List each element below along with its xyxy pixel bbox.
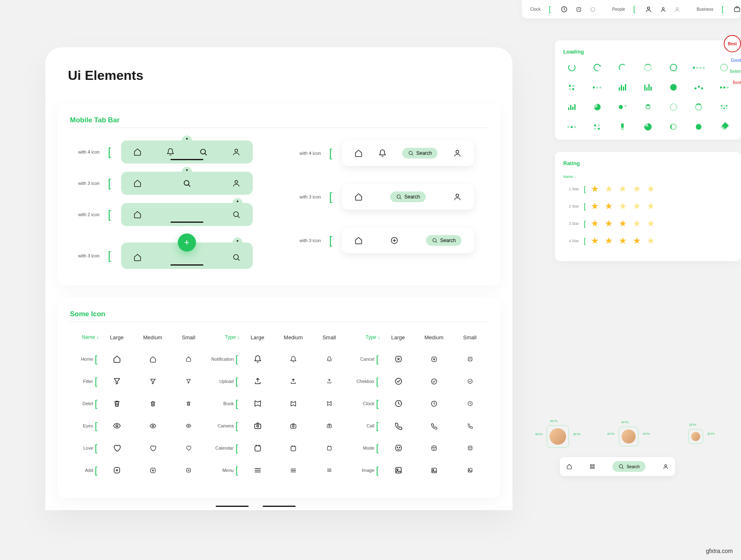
home-icon[interactable] [133, 210, 142, 219]
loader-icon [618, 63, 627, 72]
user-icon [660, 7, 666, 12]
loader-icon [618, 83, 627, 92]
tab-bar-fab[interactable]: + [121, 243, 253, 269]
star-icon[interactable]: ★ [647, 218, 655, 229]
filter-icon [113, 377, 121, 385]
star-icon[interactable]: ★ [605, 218, 613, 229]
home-icon[interactable] [133, 148, 142, 156]
home-icon[interactable] [133, 253, 142, 261]
star-icon[interactable]: ★ [647, 236, 655, 246]
search-icon[interactable] [232, 253, 240, 261]
loader-icon [669, 83, 678, 92]
search-icon[interactable] [232, 210, 240, 219]
tab-bar-3icon[interactable] [121, 172, 253, 195]
user-icon[interactable] [453, 149, 461, 157]
loader-icon [567, 63, 576, 72]
svg-point-44 [471, 447, 471, 448]
eyes-icon [149, 422, 156, 429]
svg-point-55 [662, 7, 664, 9]
star-icon[interactable]: ★ [591, 218, 599, 229]
grid-icon[interactable] [590, 464, 595, 469]
filter-icon [186, 378, 191, 384]
loader-icon [720, 63, 729, 72]
home-icon[interactable] [354, 149, 363, 157]
star-icon[interactable]: ★ [605, 236, 613, 246]
star-icon[interactable]: ★ [591, 201, 599, 212]
home-icon[interactable] [133, 179, 142, 187]
love-icon [113, 444, 121, 452]
star-icon[interactable]: ★ [647, 201, 655, 212]
menu-icon [326, 467, 332, 473]
star-icon[interactable]: ★ [647, 184, 655, 194]
tag-best: Best [733, 79, 741, 86]
section-title-icons: Some Icon [70, 310, 488, 318]
icon-row-label: Call [351, 423, 374, 428]
icon-row-label: Love [70, 446, 93, 450]
search-icon[interactable] [199, 148, 207, 156]
svg-rect-24 [255, 446, 260, 451]
icon-row-label: Filter [70, 379, 93, 384]
home-icon [149, 356, 156, 363]
notification-icon [290, 356, 297, 363]
star-icon[interactable]: ★ [619, 236, 627, 246]
tab-bar-white-3a[interactable]: Search [342, 184, 474, 210]
chekbox-icon [467, 378, 473, 384]
star-icon[interactable]: ★ [633, 184, 641, 194]
tab-bar-white-4[interactable]: Search [342, 140, 474, 166]
svg-rect-57 [734, 8, 740, 12]
loader-icon [643, 122, 652, 131]
avatar [622, 429, 636, 443]
user-icon[interactable] [663, 464, 669, 469]
page-title: Ui Elements [68, 68, 513, 83]
tab-bar-4icon[interactable] [121, 140, 253, 163]
tab-label: with 3 icon [70, 181, 100, 186]
add-fab[interactable]: + [178, 233, 196, 252]
star-icon[interactable]: ★ [633, 236, 641, 246]
rating-row-label: 2 Star [563, 204, 579, 208]
home-icon[interactable] [354, 193, 363, 201]
star-icon[interactable]: ★ [591, 236, 599, 246]
tab-label: with 4 icon [70, 149, 100, 154]
icon-row-label: Camera [211, 423, 234, 428]
rating-row-label: 4 Star [563, 239, 579, 243]
clock-icon [394, 399, 403, 408]
chekbox-icon [394, 377, 403, 385]
search-pill[interactable]: Search [613, 461, 645, 472]
star-icon[interactable]: ★ [605, 184, 613, 194]
home-icon[interactable] [566, 464, 572, 469]
loader-icon [669, 103, 678, 112]
star-icon[interactable]: ★ [591, 184, 599, 194]
camera-icon [290, 422, 297, 429]
star-icon[interactable]: ★ [619, 184, 627, 194]
search-pill[interactable]: Search [390, 191, 426, 202]
star-icon[interactable]: ★ [619, 201, 627, 212]
icon-row-label: Delet [70, 401, 93, 406]
calendar-icon [326, 445, 332, 451]
mode-icon [394, 444, 403, 452]
bell-icon[interactable] [166, 148, 175, 156]
user-icon[interactable] [232, 148, 240, 156]
tab-label: with 3 icon [70, 253, 100, 258]
search-icon[interactable] [183, 179, 191, 187]
bell-icon[interactable] [378, 149, 387, 157]
icon-row-label: Eyes [70, 423, 93, 428]
tab-bar-2icon[interactable] [121, 203, 253, 226]
star-icon[interactable]: ★ [619, 218, 627, 229]
user-icon[interactable] [453, 193, 461, 201]
call-icon [467, 423, 473, 429]
add-icon [149, 467, 156, 474]
notification-icon [254, 355, 262, 363]
user-icon[interactable] [232, 179, 240, 187]
plus-circle-icon[interactable] [390, 236, 398, 245]
home-icon[interactable] [354, 236, 363, 245]
footer-credit: gfxtra.com [706, 548, 733, 554]
avatar [691, 432, 700, 441]
icon-row-label: Mode [351, 446, 374, 450]
star-icon[interactable]: ★ [633, 218, 641, 229]
star-icon[interactable]: ★ [605, 201, 613, 212]
tab-bar-white-3b[interactable]: Search [342, 228, 474, 253]
search-pill[interactable]: Search [426, 235, 461, 246]
search-pill[interactable]: Search [402, 148, 438, 159]
star-icon[interactable]: ★ [633, 201, 641, 212]
home-icon [113, 355, 121, 363]
